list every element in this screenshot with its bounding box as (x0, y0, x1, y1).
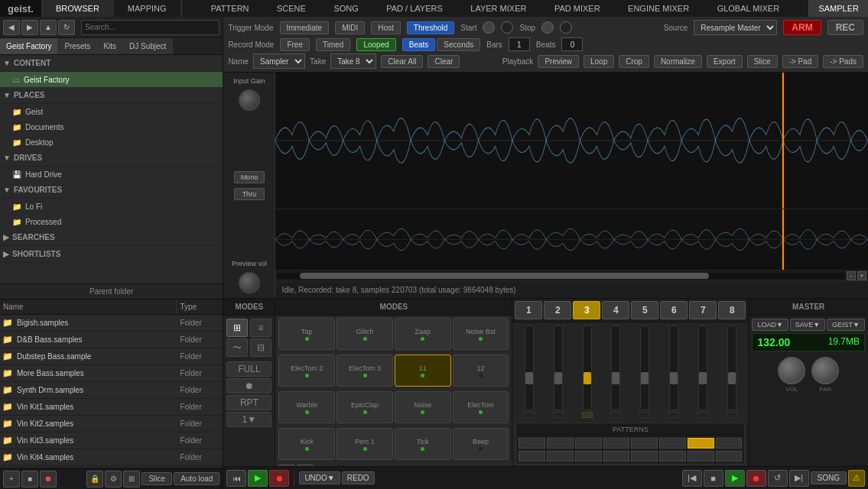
start-dial[interactable] (483, 21, 495, 34)
engine-8-btn[interactable]: 8 (718, 301, 746, 319)
pattern-cell[interactable] (519, 451, 545, 461)
engine-7-btn[interactable]: 7 (689, 301, 717, 319)
pad-12[interactable]: 12 (453, 355, 509, 387)
tab-layer-mixer[interactable]: LAYER MIXER (470, 4, 526, 13)
stop-button[interactable]: ■ (21, 471, 38, 487)
stop-transport-button[interactable]: ■ (704, 470, 723, 487)
search-input[interactable] (81, 20, 219, 35)
pattern-cell[interactable] (575, 438, 602, 449)
pattern-cell[interactable] (688, 451, 714, 461)
tab-geist-factory[interactable]: Geist Factory (0, 38, 58, 54)
rec-button[interactable]: REC (827, 20, 863, 35)
tree-item-geist-factory[interactable]: 🗂 Geist Factory (0, 72, 223, 87)
export-button[interactable]: Export (707, 55, 743, 68)
master-knob-1[interactable] (778, 357, 805, 384)
load-button[interactable]: LOAD▼ (752, 319, 788, 331)
fader-handle-8[interactable] (728, 372, 736, 384)
refresh-button[interactable]: ↻ (58, 20, 75, 35)
pad-tap[interactable]: Tap (278, 318, 335, 350)
normalize-button[interactable]: Normalize (654, 55, 702, 68)
engine-6-btn[interactable]: 6 (660, 301, 688, 319)
fader-track-2[interactable] (554, 325, 563, 410)
pattern-cell[interactable] (659, 451, 686, 461)
grid-button[interactable]: ⊞ (123, 471, 140, 487)
fader-track-1[interactable] (525, 325, 534, 410)
record-free[interactable]: Free (280, 38, 310, 51)
tab-pattern[interactable]: PATTERN (211, 4, 249, 13)
mode-full-button[interactable]: FULL (226, 361, 271, 377)
slice-button[interactable]: Slice (141, 472, 172, 485)
pattern-cell[interactable] (603, 451, 630, 461)
mode-waveform-button[interactable]: 〜 (226, 338, 248, 357)
fader-track-3[interactable] (583, 325, 592, 410)
fader-track-4[interactable] (611, 325, 620, 410)
save-button[interactable]: SAVE▼ (790, 319, 825, 331)
file-row[interactable]: 📁Vin Kit2.samplesFolder (0, 416, 223, 432)
nav-mapping[interactable]: MAPPING (114, 0, 181, 17)
mode-split-button[interactable]: ⊟ (250, 338, 271, 357)
pattern-cell-active[interactable] (688, 438, 714, 449)
tab-pad-layers[interactable]: PAD / LAYERS (386, 4, 443, 13)
file-row[interactable]: 📁Vin Kit4.samplesFolder (0, 449, 223, 466)
auto-load-button[interactable]: Auto load (174, 472, 219, 485)
start-indicator[interactable] (501, 21, 513, 34)
pad-tick[interactable]: Tick (395, 428, 451, 460)
file-row[interactable]: 📁Vin Kit1.samplesFolder (0, 399, 223, 416)
record-bottom-button[interactable]: ⏺ (40, 471, 57, 487)
engine-5-btn[interactable]: 5 (631, 301, 658, 319)
up-button[interactable]: ▲ (40, 20, 57, 35)
tree-item-geist[interactable]: 📁 Geist (0, 104, 223, 119)
zoom-in-button[interactable]: + (857, 271, 866, 280)
tab-pad-mixer[interactable]: PAD MIXER (554, 4, 600, 13)
pad-noise[interactable]: Noise (395, 391, 451, 423)
to-pad-button[interactable]: -> Pad (782, 55, 819, 68)
fader-handle-4[interactable] (612, 372, 619, 384)
pad-glitch[interactable]: Glitch (336, 318, 393, 350)
record-loop-button[interactable]: ⏺ (746, 470, 766, 487)
shortlists-section[interactable]: ▶ SHORTLISTS (0, 246, 223, 263)
pattern-cell[interactable] (575, 451, 602, 461)
trigger-threshold[interactable]: Threshold (407, 21, 454, 34)
preview-vol-knob[interactable] (239, 272, 260, 293)
fader-track-8[interactable] (727, 325, 736, 410)
lock-button[interactable]: 🔒 (86, 471, 103, 487)
fader-track-7[interactable] (698, 325, 707, 410)
file-row[interactable]: 📁Bigish.samplesFolder (0, 315, 223, 332)
pattern-cell[interactable] (603, 438, 630, 449)
mode-number-button[interactable]: 1▼ (226, 412, 271, 427)
trigger-immediate[interactable]: Immediate (280, 21, 330, 34)
settings-button[interactable]: ⚙ (105, 471, 122, 487)
beats-input[interactable] (561, 37, 583, 51)
waveform-bottom[interactable] (275, 209, 868, 270)
pad-beep[interactable]: Beep (453, 428, 509, 460)
tab-dj-subject[interactable]: DJ Subject (123, 38, 173, 54)
record-timed[interactable]: Timed (316, 38, 350, 51)
pad-kick[interactable]: Kick (278, 428, 335, 460)
pattern-cell[interactable] (547, 451, 574, 461)
tab-engine-mixer[interactable]: ENGINE MIXER (628, 4, 689, 13)
mode-record-button[interactable]: ⏺ (226, 378, 271, 393)
back-button[interactable]: ◀ (3, 20, 20, 35)
pattern-cell[interactable] (631, 451, 658, 461)
fader-handle-1[interactable] (525, 372, 533, 384)
file-row[interactable]: 📁D&B Bass.samplesFolder (0, 332, 223, 348)
engine-2-btn[interactable]: 2 (544, 301, 571, 319)
pattern-cell[interactable] (631, 438, 658, 449)
record-transport-button[interactable]: ⏺ (269, 470, 289, 487)
tab-scene[interactable]: SCENE (277, 4, 306, 13)
tree-item-hard-drive[interactable]: 💾 Hard Drive (0, 167, 223, 182)
pad-electom[interactable]: ElecTom (453, 391, 509, 423)
warning-button[interactable]: ⚠ (848, 470, 865, 487)
nav-browser[interactable]: BROWSER (42, 0, 114, 17)
rewind-button[interactable]: ⏮ (226, 470, 246, 487)
master-knob-2[interactable] (811, 357, 839, 384)
tab-song[interactable]: SONG (333, 4, 358, 13)
pad-warble[interactable]: Warble (278, 391, 335, 423)
beats-button[interactable]: Beats (402, 38, 436, 51)
pattern-cell[interactable] (716, 438, 743, 449)
pad-electom3[interactable]: ElecTom 3 (336, 355, 393, 387)
file-row[interactable]: 📁Synth Drm.samplesFolder (0, 382, 223, 399)
mode-list-button[interactable]: ≡ (250, 319, 271, 337)
pad-11[interactable]: 11 (395, 355, 451, 387)
seconds-button[interactable]: Seconds (437, 38, 480, 51)
